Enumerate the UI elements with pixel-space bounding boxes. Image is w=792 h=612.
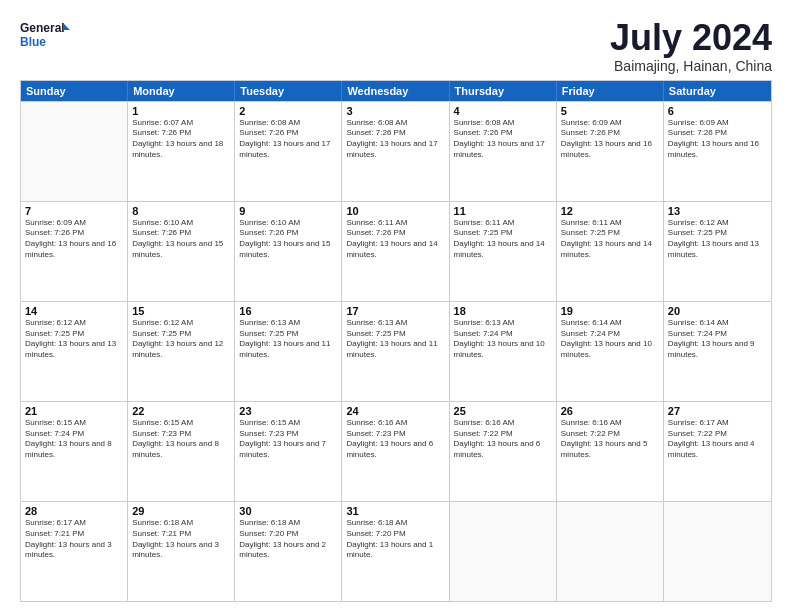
cell-info: Sunrise: 6:17 AMSunset: 7:22 PMDaylight:…	[668, 418, 767, 461]
day-cell-7: 7 Sunrise: 6:09 AMSunset: 7:26 PMDayligh…	[21, 202, 128, 301]
header-day-monday: Monday	[128, 81, 235, 101]
day-cell-31: 31 Sunrise: 6:18 AMSunset: 7:20 PMDaylig…	[342, 502, 449, 601]
day-number: 15	[132, 305, 230, 317]
day-number: 22	[132, 405, 230, 417]
day-cell-30: 30 Sunrise: 6:18 AMSunset: 7:20 PMDaylig…	[235, 502, 342, 601]
day-cell-6: 6 Sunrise: 6:09 AMSunset: 7:26 PMDayligh…	[664, 102, 771, 201]
day-number: 27	[668, 405, 767, 417]
cell-info: Sunrise: 6:16 AMSunset: 7:22 PMDaylight:…	[454, 418, 552, 461]
day-number: 6	[668, 105, 767, 117]
day-number: 5	[561, 105, 659, 117]
calendar-week-3: 14 Sunrise: 6:12 AMSunset: 7:25 PMDaylig…	[21, 301, 771, 401]
header-day-sunday: Sunday	[21, 81, 128, 101]
cell-info: Sunrise: 6:14 AMSunset: 7:24 PMDaylight:…	[668, 318, 767, 361]
day-cell-23: 23 Sunrise: 6:15 AMSunset: 7:23 PMDaylig…	[235, 402, 342, 501]
day-cell-5: 5 Sunrise: 6:09 AMSunset: 7:26 PMDayligh…	[557, 102, 664, 201]
header-day-tuesday: Tuesday	[235, 81, 342, 101]
empty-cell	[557, 502, 664, 601]
svg-text:General: General	[20, 21, 65, 35]
day-cell-4: 4 Sunrise: 6:08 AMSunset: 7:26 PMDayligh…	[450, 102, 557, 201]
logo-svg: General Blue	[20, 18, 70, 54]
day-cell-29: 29 Sunrise: 6:18 AMSunset: 7:21 PMDaylig…	[128, 502, 235, 601]
calendar-week-4: 21 Sunrise: 6:15 AMSunset: 7:24 PMDaylig…	[21, 401, 771, 501]
day-number: 29	[132, 505, 230, 517]
header-day-wednesday: Wednesday	[342, 81, 449, 101]
day-number: 2	[239, 105, 337, 117]
cell-info: Sunrise: 6:15 AMSunset: 7:23 PMDaylight:…	[132, 418, 230, 461]
calendar: SundayMondayTuesdayWednesdayThursdayFrid…	[20, 80, 772, 602]
day-cell-16: 16 Sunrise: 6:13 AMSunset: 7:25 PMDaylig…	[235, 302, 342, 401]
day-cell-26: 26 Sunrise: 6:16 AMSunset: 7:22 PMDaylig…	[557, 402, 664, 501]
day-number: 11	[454, 205, 552, 217]
day-cell-17: 17 Sunrise: 6:13 AMSunset: 7:25 PMDaylig…	[342, 302, 449, 401]
day-cell-12: 12 Sunrise: 6:11 AMSunset: 7:25 PMDaylig…	[557, 202, 664, 301]
day-cell-21: 21 Sunrise: 6:15 AMSunset: 7:24 PMDaylig…	[21, 402, 128, 501]
page: General Blue July 2024 Baimajing, Hainan…	[0, 0, 792, 612]
cell-info: Sunrise: 6:11 AMSunset: 7:25 PMDaylight:…	[454, 218, 552, 261]
day-number: 10	[346, 205, 444, 217]
header-day-saturday: Saturday	[664, 81, 771, 101]
cell-info: Sunrise: 6:07 AMSunset: 7:26 PMDaylight:…	[132, 118, 230, 161]
cell-info: Sunrise: 6:18 AMSunset: 7:21 PMDaylight:…	[132, 518, 230, 561]
day-number: 28	[25, 505, 123, 517]
cell-info: Sunrise: 6:10 AMSunset: 7:26 PMDaylight:…	[239, 218, 337, 261]
cell-info: Sunrise: 6:08 AMSunset: 7:26 PMDaylight:…	[346, 118, 444, 161]
day-number: 12	[561, 205, 659, 217]
day-number: 1	[132, 105, 230, 117]
day-number: 18	[454, 305, 552, 317]
calendar-week-5: 28 Sunrise: 6:17 AMSunset: 7:21 PMDaylig…	[21, 501, 771, 601]
day-number: 8	[132, 205, 230, 217]
cell-info: Sunrise: 6:13 AMSunset: 7:25 PMDaylight:…	[239, 318, 337, 361]
day-number: 16	[239, 305, 337, 317]
day-number: 26	[561, 405, 659, 417]
cell-info: Sunrise: 6:13 AMSunset: 7:25 PMDaylight:…	[346, 318, 444, 361]
cell-info: Sunrise: 6:09 AMSunset: 7:26 PMDaylight:…	[25, 218, 123, 261]
day-number: 17	[346, 305, 444, 317]
header-day-thursday: Thursday	[450, 81, 557, 101]
day-number: 3	[346, 105, 444, 117]
title-block: July 2024 Baimajing, Hainan, China	[610, 18, 772, 74]
day-cell-15: 15 Sunrise: 6:12 AMSunset: 7:25 PMDaylig…	[128, 302, 235, 401]
day-number: 20	[668, 305, 767, 317]
cell-info: Sunrise: 6:14 AMSunset: 7:24 PMDaylight:…	[561, 318, 659, 361]
empty-cell	[664, 502, 771, 601]
cell-info: Sunrise: 6:18 AMSunset: 7:20 PMDaylight:…	[346, 518, 444, 561]
day-cell-22: 22 Sunrise: 6:15 AMSunset: 7:23 PMDaylig…	[128, 402, 235, 501]
day-cell-19: 19 Sunrise: 6:14 AMSunset: 7:24 PMDaylig…	[557, 302, 664, 401]
header-day-friday: Friday	[557, 81, 664, 101]
day-number: 14	[25, 305, 123, 317]
cell-info: Sunrise: 6:08 AMSunset: 7:26 PMDaylight:…	[239, 118, 337, 161]
calendar-header: SundayMondayTuesdayWednesdayThursdayFrid…	[21, 81, 771, 101]
day-cell-27: 27 Sunrise: 6:17 AMSunset: 7:22 PMDaylig…	[664, 402, 771, 501]
day-number: 30	[239, 505, 337, 517]
day-cell-8: 8 Sunrise: 6:10 AMSunset: 7:26 PMDayligh…	[128, 202, 235, 301]
day-number: 13	[668, 205, 767, 217]
day-cell-14: 14 Sunrise: 6:12 AMSunset: 7:25 PMDaylig…	[21, 302, 128, 401]
cell-info: Sunrise: 6:08 AMSunset: 7:26 PMDaylight:…	[454, 118, 552, 161]
logo: General Blue	[20, 18, 70, 54]
day-cell-13: 13 Sunrise: 6:12 AMSunset: 7:25 PMDaylig…	[664, 202, 771, 301]
day-cell-20: 20 Sunrise: 6:14 AMSunset: 7:24 PMDaylig…	[664, 302, 771, 401]
cell-info: Sunrise: 6:11 AMSunset: 7:26 PMDaylight:…	[346, 218, 444, 261]
day-cell-28: 28 Sunrise: 6:17 AMSunset: 7:21 PMDaylig…	[21, 502, 128, 601]
cell-info: Sunrise: 6:11 AMSunset: 7:25 PMDaylight:…	[561, 218, 659, 261]
empty-cell	[450, 502, 557, 601]
svg-marker-2	[64, 24, 70, 30]
calendar-week-1: 1 Sunrise: 6:07 AMSunset: 7:26 PMDayligh…	[21, 101, 771, 201]
cell-info: Sunrise: 6:12 AMSunset: 7:25 PMDaylight:…	[25, 318, 123, 361]
cell-info: Sunrise: 6:16 AMSunset: 7:23 PMDaylight:…	[346, 418, 444, 461]
day-cell-11: 11 Sunrise: 6:11 AMSunset: 7:25 PMDaylig…	[450, 202, 557, 301]
day-number: 21	[25, 405, 123, 417]
cell-info: Sunrise: 6:10 AMSunset: 7:26 PMDaylight:…	[132, 218, 230, 261]
day-number: 24	[346, 405, 444, 417]
cell-info: Sunrise: 6:16 AMSunset: 7:22 PMDaylight:…	[561, 418, 659, 461]
calendar-body: 1 Sunrise: 6:07 AMSunset: 7:26 PMDayligh…	[21, 101, 771, 601]
day-number: 19	[561, 305, 659, 317]
cell-info: Sunrise: 6:17 AMSunset: 7:21 PMDaylight:…	[25, 518, 123, 561]
cell-info: Sunrise: 6:18 AMSunset: 7:20 PMDaylight:…	[239, 518, 337, 561]
empty-cell	[21, 102, 128, 201]
day-cell-9: 9 Sunrise: 6:10 AMSunset: 7:26 PMDayligh…	[235, 202, 342, 301]
day-number: 4	[454, 105, 552, 117]
day-number: 7	[25, 205, 123, 217]
cell-info: Sunrise: 6:15 AMSunset: 7:24 PMDaylight:…	[25, 418, 123, 461]
